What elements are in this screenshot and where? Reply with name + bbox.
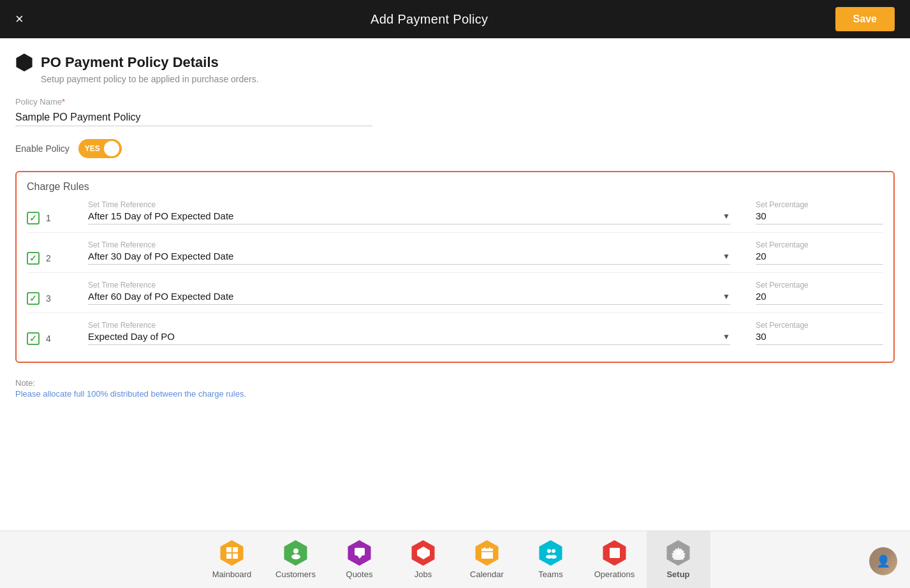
rule-checkbox-4[interactable] (27, 332, 40, 345)
percentage-group-3: Set Percentage 20 (756, 281, 883, 305)
percentage-value-4: 30 (756, 331, 883, 345)
charge-rules-title: Charge Rules (27, 181, 883, 193)
svg-rect-0 (226, 547, 231, 552)
note-text: Please allocate full 100% distributed be… (15, 389, 895, 399)
time-ref-group-4: Set Time Reference Expected Day of PO ▼ (88, 321, 730, 345)
time-ref-select-2[interactable]: After 30 Day of PO Expected Date ▼ (88, 251, 730, 265)
rule-number-3: 3 (46, 293, 51, 304)
dropdown-arrow-2: ▼ (723, 252, 730, 261)
svg-point-14 (552, 549, 555, 553)
time-ref-group-3: Set Time Reference After 60 Day of PO Ex… (88, 281, 730, 305)
nav-item-setup[interactable]: Setup (647, 531, 710, 589)
time-ref-label-3: Set Time Reference (88, 281, 730, 290)
time-ref-select-3[interactable]: After 60 Day of PO Expected Date ▼ (88, 291, 730, 305)
policy-name-group: Policy Name* (15, 97, 895, 126)
rule-checkbox-3[interactable] (27, 292, 40, 305)
percentage-value-3: 20 (756, 291, 883, 305)
page-title: Add Payment Policy (371, 12, 488, 27)
percentage-group-1: Set Percentage 30 (756, 200, 883, 224)
note-section: Note: Please allocate full 100% distribu… (15, 378, 895, 399)
main-content: PO Payment Policy Details Setup payment … (0, 38, 910, 531)
svg-rect-20 (612, 555, 615, 557)
nav-item-customers[interactable]: Customers (264, 531, 328, 589)
percentage-label-4: Set Percentage (756, 321, 883, 330)
svg-rect-11 (484, 547, 485, 550)
time-ref-select-1[interactable]: After 15 Day of PO Expected Date ▼ (88, 210, 730, 224)
percentage-label-2: Set Percentage (756, 240, 883, 249)
close-button[interactable]: × (15, 12, 24, 26)
nav-label-jobs: Jobs (415, 570, 432, 579)
rule-row: 1 Set Time Reference After 15 Day of PO … (27, 193, 883, 233)
save-button[interactable]: Save (835, 7, 895, 31)
svg-rect-1 (233, 547, 238, 552)
enable-policy-row: Enable Policy YES (15, 139, 895, 158)
svg-point-16 (550, 555, 557, 559)
nav-item-quotes[interactable]: Quotes (328, 531, 392, 589)
rule-number-4: 4 (46, 334, 51, 344)
time-ref-value-2: After 30 Day of PO Expected Date (88, 251, 717, 261)
time-ref-select-4[interactable]: Expected Day of PO ▼ (88, 331, 730, 345)
rule-row: 4 Set Time Reference Expected Day of PO … (27, 313, 883, 353)
rule-fields-4: Set Time Reference Expected Day of PO ▼ … (88, 321, 883, 345)
time-ref-group-2: Set Time Reference After 30 Day of PO Ex… (88, 240, 730, 265)
section-title: PO Payment Policy Details (41, 54, 219, 71)
calendar-icon (474, 540, 500, 566)
time-ref-value-3: After 60 Day of PO Expected Date (88, 291, 717, 302)
percentage-group-4: Set Percentage 30 (756, 321, 883, 345)
nav-label-operations: Operations (594, 570, 635, 579)
nav-item-mainboard[interactable]: Mainboard (200, 531, 264, 589)
percentage-label-1: Set Percentage (756, 200, 883, 209)
percentage-group-2: Set Percentage 20 (756, 240, 883, 265)
rule-checkbox-2[interactable] (27, 252, 40, 265)
jobs-icon (411, 540, 436, 566)
svg-marker-8 (417, 547, 430, 559)
svg-rect-6 (355, 548, 365, 555)
bottom-nav: MainboardCustomersQuotesJobsCalendarTeam… (0, 531, 910, 588)
svg-marker-7 (357, 555, 362, 559)
quotes-icon (347, 540, 372, 566)
section-subtitle: Setup payment policy to be applied in pu… (41, 74, 895, 84)
rule-check-1: 1 (27, 212, 78, 224)
nav-item-operations[interactable]: Operations (583, 531, 647, 589)
nav-label-mainboard: Mainboard (212, 570, 251, 579)
nav-label-quotes: Quotes (346, 570, 373, 579)
svg-point-4 (293, 548, 298, 554)
time-ref-group-1: Set Time Reference After 15 Day of PO Ex… (88, 200, 730, 224)
rule-row: 2 Set Time Reference After 30 Day of PO … (27, 233, 883, 273)
avatar-image: 👤 (869, 547, 897, 575)
enable-policy-toggle[interactable]: YES (78, 139, 122, 158)
time-ref-value-1: After 15 Day of PO Expected Date (88, 210, 717, 221)
section-icon (15, 54, 33, 71)
rule-checkbox-1[interactable] (27, 212, 40, 224)
operations-icon (602, 540, 627, 566)
mainboard-icon (219, 540, 245, 566)
svg-rect-3 (233, 554, 238, 559)
time-ref-label-4: Set Time Reference (88, 321, 730, 330)
dropdown-arrow-4: ▼ (723, 332, 730, 341)
app-header: × Add Payment Policy Save (0, 0, 910, 38)
avatar[interactable]: 👤 (869, 547, 897, 575)
toggle-circle (104, 141, 119, 156)
svg-rect-2 (226, 554, 231, 559)
time-ref-label-1: Set Time Reference (88, 200, 730, 209)
nav-item-teams[interactable]: Teams (519, 531, 583, 589)
toggle-text: YES (85, 144, 100, 153)
rule-check-2: 2 (27, 252, 78, 265)
rule-check-4: 4 (27, 332, 78, 345)
svg-rect-12 (489, 547, 490, 550)
time-ref-label-2: Set Time Reference (88, 240, 730, 249)
note-label: Note: (15, 378, 895, 388)
rule-row: 3 Set Time Reference After 60 Day of PO … (27, 273, 883, 313)
time-ref-value-4: Expected Day of PO (88, 331, 717, 342)
svg-point-5 (291, 554, 300, 559)
customers-icon (283, 540, 309, 566)
charge-rules-container: Charge Rules 1 Set Time Reference After … (15, 171, 895, 363)
nav-item-jobs[interactable]: Jobs (392, 531, 455, 589)
rule-number-2: 2 (46, 253, 51, 263)
percentage-label-3: Set Percentage (756, 281, 883, 290)
nav-label-calendar: Calendar (470, 570, 504, 579)
rules-list: 1 Set Time Reference After 15 Day of PO … (27, 193, 883, 353)
nav-item-calendar[interactable]: Calendar (455, 531, 519, 589)
svg-point-13 (547, 549, 551, 553)
policy-name-input[interactable] (15, 109, 372, 126)
